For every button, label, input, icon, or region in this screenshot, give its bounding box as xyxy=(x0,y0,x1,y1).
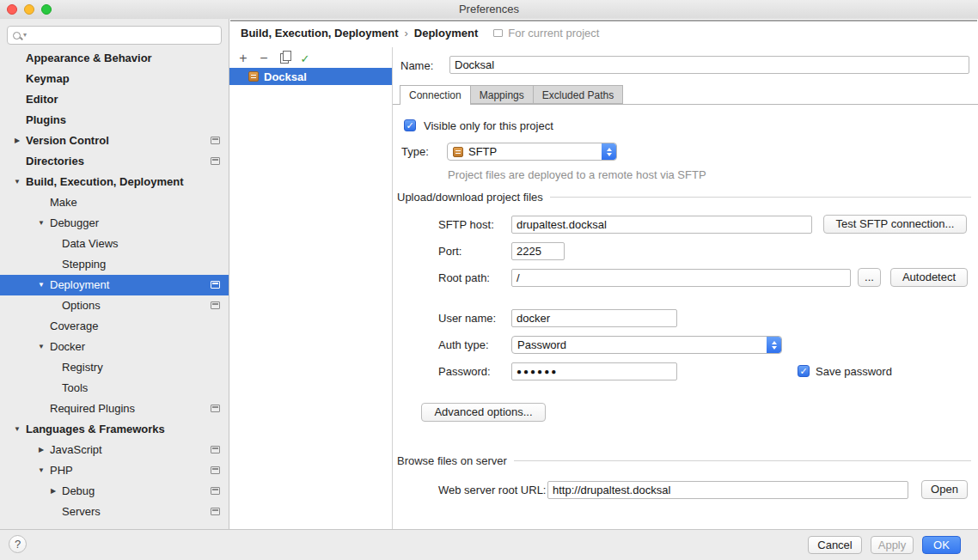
add-server-button[interactable]: + xyxy=(233,50,254,67)
user-name-label: User name: xyxy=(438,309,496,327)
save-password-checkbox[interactable] xyxy=(798,365,810,377)
sidebar-item-required-plugins[interactable]: Required Plugins xyxy=(0,399,229,419)
sidebar-item-tools[interactable]: Tools xyxy=(0,378,229,399)
name-label: Name: xyxy=(400,57,433,75)
sidebar-item-data-views[interactable]: Data Views xyxy=(0,234,229,254)
help-button[interactable]: ? xyxy=(9,535,27,553)
sidebar-item-version-control[interactable]: Version Control xyxy=(0,131,229,151)
sidebar-item-php[interactable]: PHP xyxy=(0,460,229,481)
chevron-down-icon[interactable] xyxy=(36,460,46,481)
cancel-button[interactable]: Cancel xyxy=(808,536,862,554)
ok-button[interactable]: OK xyxy=(922,536,961,554)
window-title: Preferences xyxy=(0,0,978,19)
sidebar-item-registry[interactable]: Registry xyxy=(0,357,229,378)
sidebar-item-docker[interactable]: Docker xyxy=(0,337,229,357)
use-as-default-button[interactable]: ✓ xyxy=(295,50,315,67)
apply-button[interactable]: Apply xyxy=(871,536,914,554)
chevron-right-icon[interactable] xyxy=(12,131,22,151)
type-value: SFTP xyxy=(468,145,596,158)
root-path-field[interactable]: / xyxy=(511,269,851,287)
project-scope-icon xyxy=(211,281,220,289)
settings-tree: Appearance & Behavior Keymap Editor Plug… xyxy=(0,48,229,522)
sidebar-item-options[interactable]: Options xyxy=(0,295,229,316)
chevron-right-icon[interactable] xyxy=(48,481,58,502)
web-root-field[interactable]: http://drupaltest.docksal xyxy=(547,481,908,499)
breadcrumb-page: Deployment xyxy=(414,27,478,40)
dropdown-stepper-icon[interactable] xyxy=(767,337,781,353)
sidebar-item-plugins[interactable]: Plugins xyxy=(0,110,229,131)
sftp-host-field[interactable]: drupaltest.docksal xyxy=(511,216,812,234)
project-scope-icon xyxy=(211,466,220,474)
search-icon xyxy=(13,32,21,40)
sidebar-item-debugger[interactable]: Debugger xyxy=(0,213,229,234)
project-scope-icon xyxy=(211,508,220,515)
tab-mappings[interactable]: Mappings xyxy=(470,85,534,104)
browse-section-header: Browse files on server xyxy=(397,454,971,467)
project-scope-icon xyxy=(211,137,220,144)
sidebar-item-debug[interactable]: Debug xyxy=(0,481,229,502)
password-field[interactable]: ●●●●●● xyxy=(511,362,677,380)
sidebar-item-deployment[interactable]: Deployment xyxy=(0,275,229,295)
server-list-panel: + − ✓ Docksal xyxy=(229,47,393,530)
password-label: Password: xyxy=(438,362,491,380)
chevron-down-icon[interactable] xyxy=(36,275,46,295)
project-scope-icon xyxy=(493,29,503,37)
advanced-options-button[interactable]: Advanced options... xyxy=(421,403,546,422)
breadcrumb-separator-icon xyxy=(404,27,407,40)
use-as-default-icon: ✓ xyxy=(301,52,310,65)
auth-type-value: Password xyxy=(517,338,761,351)
sidebar-item-coverage[interactable]: Coverage xyxy=(0,316,229,337)
user-name-field[interactable]: docker xyxy=(511,309,677,327)
sidebar-item-servers[interactable]: Servers xyxy=(0,502,229,522)
server-name: Docksal xyxy=(264,70,307,83)
sftp-type-icon xyxy=(453,147,463,157)
sidebar-item-build-execution-deployment[interactable]: Build, Execution, Deployment xyxy=(0,172,229,192)
autodetect-button[interactable]: Autodetect xyxy=(890,268,968,287)
sftp-server-icon xyxy=(248,71,259,82)
tab-connection[interactable]: Connection xyxy=(400,85,471,104)
visible-only-label: Visible only for this project xyxy=(424,117,553,135)
chevron-down-icon[interactable] xyxy=(12,419,22,440)
chevron-right-icon[interactable] xyxy=(36,440,46,460)
search-input[interactable] xyxy=(29,28,216,42)
project-scope-icon xyxy=(211,405,220,412)
scope-label: For current project xyxy=(508,27,599,40)
add-icon: + xyxy=(239,51,247,66)
auth-type-label: Auth type: xyxy=(438,336,489,354)
name-field[interactable]: Docksal xyxy=(449,56,969,74)
project-scope-icon xyxy=(211,157,220,165)
sidebar-item-make[interactable]: Make xyxy=(0,192,229,213)
copy-icon xyxy=(280,53,289,64)
search-box[interactable]: ▾ xyxy=(7,26,222,45)
chevron-down-icon[interactable] xyxy=(36,213,46,234)
sidebar-item-stepping[interactable]: Stepping xyxy=(0,254,229,275)
sidebar-item-languages-frameworks[interactable]: Languages & Frameworks xyxy=(0,419,229,440)
visible-only-checkbox[interactable] xyxy=(404,119,416,131)
type-select[interactable]: SFTP xyxy=(447,143,617,161)
dropdown-stepper-icon[interactable] xyxy=(602,143,616,160)
breadcrumb: Build, Execution, Deployment Deployment … xyxy=(229,19,978,47)
deployment-form: Name: Docksal Connection Mappings Exclud… xyxy=(393,47,978,530)
copy-server-button[interactable] xyxy=(274,50,295,67)
chevron-down-icon[interactable] xyxy=(36,337,46,357)
upload-section-header: Upload/download project files xyxy=(397,191,971,204)
server-list-item[interactable]: Docksal xyxy=(229,68,392,85)
sidebar-item-directories[interactable]: Directories xyxy=(0,151,229,172)
root-path-label: Root path: xyxy=(438,269,490,287)
test-sftp-connection-button[interactable]: Test SFTP connection... xyxy=(823,215,967,234)
chevron-down-icon[interactable] xyxy=(12,172,22,192)
sidebar-item-editor[interactable]: Editor xyxy=(0,89,229,110)
auth-type-select[interactable]: Password xyxy=(511,336,782,354)
sidebar-item-appearance-behavior[interactable]: Appearance & Behavior xyxy=(0,48,229,69)
tab-excluded-paths[interactable]: Excluded Paths xyxy=(533,85,623,104)
sidebar-item-javascript[interactable]: JavaScript xyxy=(0,440,229,460)
port-field[interactable]: 2225 xyxy=(511,242,565,260)
open-button[interactable]: Open xyxy=(921,480,968,499)
browse-root-path-button[interactable]: ... xyxy=(858,268,881,287)
type-help-text: Project files are deployed to a remote h… xyxy=(448,168,706,181)
remove-server-button[interactable]: − xyxy=(254,50,274,67)
sidebar-item-keymap[interactable]: Keymap xyxy=(0,69,229,89)
chevron-down-icon: ▾ xyxy=(23,31,27,40)
project-scope-icon xyxy=(211,446,220,453)
breadcrumb-section[interactable]: Build, Execution, Deployment xyxy=(241,27,398,40)
